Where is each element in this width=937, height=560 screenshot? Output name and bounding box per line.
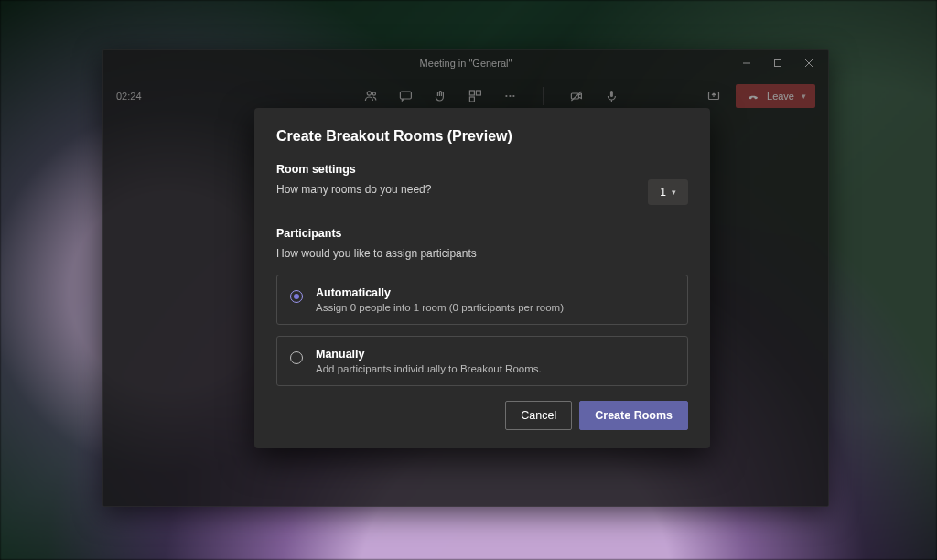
window-controls [731, 50, 824, 76]
svg-rect-1 [775, 60, 781, 67]
option-manual-sub: Add participants individually to Breakou… [316, 363, 542, 374]
cancel-button[interactable]: Cancel [505, 401, 572, 430]
window-title: Meeting in "General" [420, 58, 512, 69]
dialog-title: Create Breakout Rooms (Preview) [276, 128, 688, 145]
option-automatically[interactable]: Automatically Assign 0 people into 1 roo… [276, 275, 688, 325]
dialog-actions: Cancel Create Rooms [276, 401, 688, 430]
participants-icon[interactable] [363, 89, 378, 103]
toolbar-right: Leave ▾ [706, 84, 815, 108]
breakout-rooms-icon[interactable] [468, 89, 482, 103]
room-count-select[interactable]: 1 ▾ [648, 179, 688, 205]
create-rooms-button[interactable]: Create Rooms [579, 401, 688, 430]
room-settings-label: Room settings [276, 163, 648, 176]
svg-point-5 [372, 92, 375, 95]
svg-rect-15 [610, 91, 613, 97]
svg-rect-8 [476, 91, 480, 95]
raise-hand-icon[interactable] [433, 89, 447, 103]
mic-icon[interactable] [604, 89, 619, 103]
option-manually[interactable]: Manually Add participants individually t… [276, 336, 688, 386]
create-breakout-rooms-dialog: Create Breakout Rooms (Preview) Room set… [254, 108, 710, 448]
chat-icon[interactable] [398, 89, 413, 103]
chevron-down-icon: ▾ [802, 92, 806, 101]
participants-question: How would you like to assign participant… [276, 247, 688, 260]
option-manual-title: Manually [316, 348, 542, 361]
room-count-value: 1 [660, 186, 666, 199]
option-auto-title: Automatically [316, 286, 564, 299]
svg-point-4 [367, 92, 371, 95]
svg-point-10 [505, 95, 507, 97]
toolbar-separator [543, 87, 544, 105]
share-icon[interactable] [706, 89, 721, 103]
more-actions-icon[interactable] [502, 89, 517, 103]
room-count-question: How many rooms do you need? [276, 183, 648, 196]
radio-selected-icon [290, 290, 303, 303]
svg-rect-9 [469, 97, 474, 102]
leave-button[interactable]: Leave ▾ [736, 84, 815, 108]
window-minimize-button[interactable] [731, 50, 762, 76]
radio-unselected-icon [290, 351, 303, 364]
camera-off-icon[interactable] [569, 89, 584, 103]
meeting-timer: 02:24 [116, 91, 142, 102]
toolbar-center-icons [363, 87, 619, 105]
window-maximize-button[interactable] [762, 50, 793, 76]
leave-label: Leave [767, 91, 794, 102]
hangup-icon [747, 90, 759, 105]
window-close-button[interactable] [793, 50, 824, 76]
svg-point-11 [509, 95, 511, 97]
svg-rect-6 [400, 92, 411, 99]
titlebar: Meeting in "General" [103, 50, 828, 76]
svg-point-12 [512, 95, 514, 97]
svg-rect-7 [469, 91, 474, 95]
option-auto-sub: Assign 0 people into 1 room (0 participa… [316, 302, 564, 313]
participants-label: Participants [276, 227, 688, 240]
chevron-down-icon: ▾ [672, 188, 676, 197]
